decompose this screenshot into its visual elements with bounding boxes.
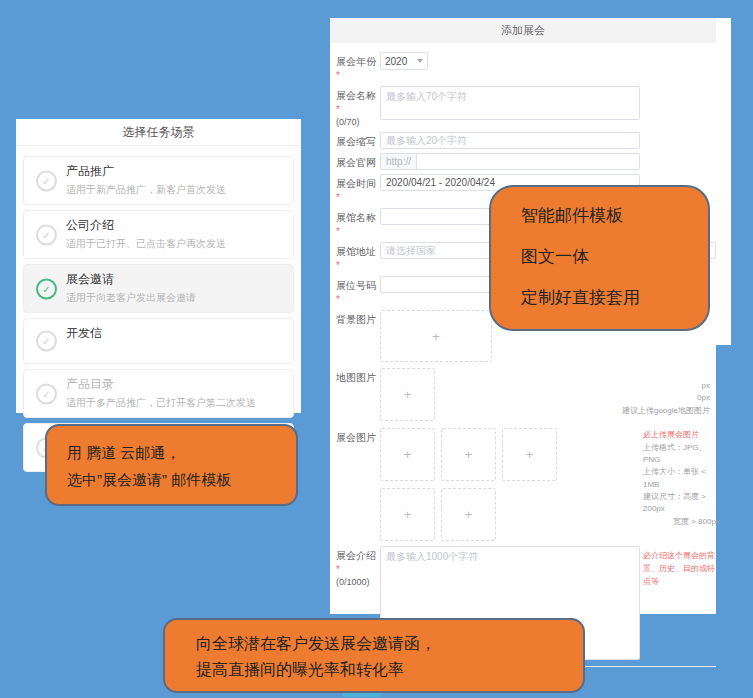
exhibition-website-field: http://: [380, 153, 640, 170]
scenario-item-product-promotion[interactable]: ✓ 产品推广 适用于新产品推广，新客户首次发送: [23, 156, 294, 205]
label-exhibition-website: 展会官网: [336, 153, 380, 170]
background-image-upload[interactable]: +: [380, 310, 492, 362]
exhibition-image-upload[interactable]: +: [380, 488, 435, 541]
check-icon-selected: ✓: [36, 278, 57, 299]
plus-icon: +: [526, 447, 534, 462]
callout-line: 图文一体: [521, 245, 696, 268]
label-text: 展馆名称: [336, 212, 376, 223]
scenario-item-product-catalog[interactable]: ✓ 产品目录 适用于多产品推广，已打开客户第二次发送: [23, 369, 294, 418]
exhibition-image-upload[interactable]: +: [502, 428, 557, 481]
row-exhibition-website: 展会官网 http://: [336, 153, 716, 170]
scenario-title: 开发信: [66, 325, 285, 342]
scenario-panel: 选择任务场景 ✓ 产品推广 适用于新产品推广，新客户首次发送 ✓ 公司介绍 适用…: [16, 119, 301, 413]
callout-smart-template: 智能邮件模板 图文一体 定制好直接套用: [489, 185, 710, 331]
map-image-upload[interactable]: +: [380, 368, 435, 421]
row-exhibition-year: 展会年份 * 2020: [336, 52, 716, 82]
required-mark: *: [336, 260, 340, 271]
callout-line: 智能邮件模板: [521, 204, 696, 227]
required-mark: *: [336, 70, 340, 81]
label-exhibition-time: 展会时间 *: [336, 174, 380, 204]
row-map-image: 地图图片 + px 0px 建议上传google地图图片: [336, 368, 716, 421]
label-text: 展会年份: [336, 56, 376, 67]
label-exhibition-year: 展会年份 *: [336, 52, 380, 82]
callout-line: 选中”展会邀请” 邮件模板: [67, 466, 296, 493]
label-text: 展位号码: [336, 280, 376, 291]
label-venue-address: 展馆地址 *: [336, 242, 380, 272]
char-counter: (0/70): [336, 116, 380, 128]
label-text: 展会介绍: [336, 550, 376, 561]
scenario-item-exhibition-invite[interactable]: ✓ 展会邀请 适用于向老客户发出展会邀请: [23, 264, 294, 313]
panel-edge: [716, 18, 731, 345]
exhibition-year-value: 2020: [385, 56, 407, 67]
scenario-title: 产品目录: [66, 376, 285, 393]
form-body: 展会年份 * 2020 展会名称 * (0/70) 展会缩写 展会官网: [330, 43, 716, 697]
scenario-panel-title: 选择任务场景: [16, 119, 301, 146]
label-text: 展会时间: [336, 178, 376, 189]
plus-icon: +: [465, 447, 473, 462]
plus-icon: +: [432, 329, 440, 344]
check-icon: ✓: [36, 331, 57, 352]
scenario-title: 产品推广: [66, 163, 285, 180]
exhibition-abbr-input[interactable]: [380, 132, 640, 149]
scenario-item-company-intro[interactable]: ✓ 公司介绍 适用于已打开、已点击客户再次发送: [23, 210, 294, 259]
label-exhibition-name: 展会名称 * (0/70): [336, 86, 380, 128]
required-mark: *: [336, 564, 340, 575]
plus-icon: +: [404, 447, 412, 462]
exhibition-intro-hint: 必介绍这个展会的背景、历史、目的或特点等: [643, 550, 719, 588]
chevron-down-icon: [417, 59, 423, 63]
callout-line: 用 腾道 云邮通，: [67, 439, 296, 466]
exhibition-year-select[interactable]: 2020: [380, 52, 428, 70]
callout-line: 向全球潜在客户发送展会邀请函，: [196, 631, 583, 657]
scenario-title: 展会邀请: [66, 271, 285, 288]
map-image-hint: px 0px 建议上传google地图图片: [620, 380, 710, 417]
plus-icon: +: [404, 387, 412, 402]
exhibition-image-upload[interactable]: +: [380, 428, 435, 481]
scenario-subtitle: [66, 345, 285, 356]
scenario-subtitle: 适用于新产品推广，新客户首次发送: [66, 183, 285, 197]
check-icon: ✓: [36, 224, 57, 245]
label-exhibition-abbr: 展会缩写: [336, 132, 380, 149]
exhibition-images-gallery: + + + + +: [380, 428, 570, 541]
scenario-title: 公司介绍: [66, 217, 285, 234]
label-exhibition-images: 展会图片: [336, 428, 380, 541]
row-exhibition-name: 展会名称 * (0/70): [336, 86, 716, 128]
check-icon: ✓: [36, 170, 57, 191]
check-icon: ✓: [36, 383, 57, 404]
label-booth-number: 展位号码 *: [336, 276, 380, 306]
scenario-subtitle: 适用于已打开、已点击客户再次发送: [66, 237, 285, 251]
exhibition-image-upload[interactable]: +: [441, 428, 496, 481]
form-title: 添加展会: [330, 18, 716, 43]
plus-icon: +: [465, 507, 473, 522]
plus-icon: +: [404, 507, 412, 522]
label-venue-name: 展馆名称 *: [336, 208, 380, 238]
callout-line: 定制好直接套用: [521, 286, 696, 309]
exhibition-name-input[interactable]: [380, 86, 640, 120]
label-text: 展会名称: [336, 90, 376, 101]
exhibition-website-input[interactable]: [417, 154, 639, 169]
scenario-item-development-letter[interactable]: ✓ 开发信: [23, 318, 294, 364]
required-mark: *: [336, 104, 340, 115]
scenario-subtitle: 适用于多产品推广，已打开客户第二次发送: [66, 396, 285, 410]
required-mark: *: [336, 294, 340, 305]
exhibition-image-upload[interactable]: +: [441, 488, 496, 541]
url-prefix: http://: [381, 154, 417, 169]
required-mark: *: [336, 226, 340, 237]
row-exhibition-images: 展会图片 + + + + + 必上传展会图片 上传格式：JPG、PNG 上传大小…: [336, 428, 716, 541]
callout-use-template: 用 腾道 云邮通， 选中”展会邀请” 邮件模板: [45, 424, 298, 506]
label-background-image: 背景图片: [336, 310, 380, 362]
label-text: 展馆地址: [336, 246, 376, 257]
row-exhibition-abbr: 展会缩写: [336, 132, 716, 149]
callout-line: 提高直播间的曝光率和转化率: [196, 657, 583, 683]
scenario-subtitle: 适用于向老客户发出展会邀请: [66, 291, 285, 305]
callout-send-invitation: 向全球潜在客户发送展会邀请函， 提高直播间的曝光率和转化率: [163, 618, 585, 693]
label-map-image: 地图图片: [336, 368, 380, 421]
char-counter: (0/1000): [336, 576, 380, 588]
exhibition-images-hint: 必上传展会图片 上传格式：JPG、PNG 上传大小：单张 < 1MB 建议尺寸：…: [643, 429, 721, 528]
required-mark: *: [336, 192, 340, 203]
